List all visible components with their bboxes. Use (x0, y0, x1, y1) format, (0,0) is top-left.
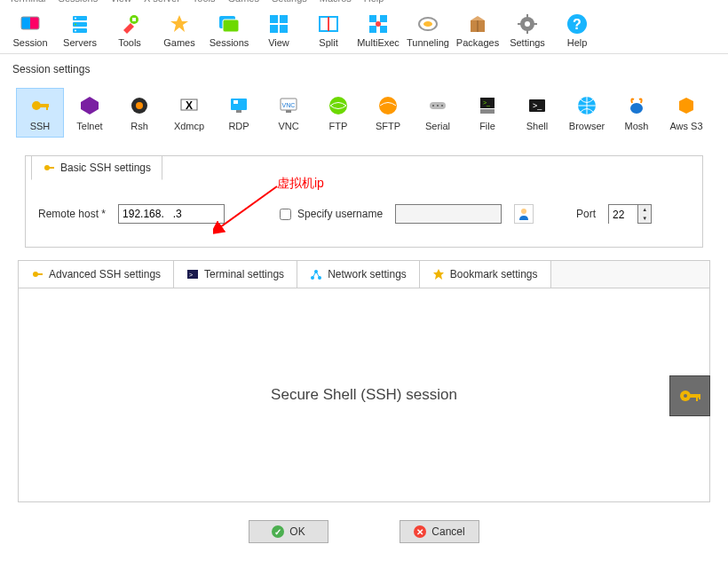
help-icon: ? (566, 12, 589, 36)
games-icon (168, 12, 191, 36)
svg-point-55 (432, 105, 434, 107)
remote-host-input[interactable] (118, 204, 225, 224)
user-picker-button[interactable] (514, 204, 534, 224)
browser-icon (575, 94, 598, 117)
subtab-advanced-ssh[interactable]: Advanced SSH settings (19, 261, 174, 288)
key-icon (28, 94, 51, 117)
session-type-rdp[interactable]: RDP (215, 88, 263, 138)
ssh-key-badge[interactable] (669, 375, 710, 416)
settings-subtabs: Advanced SSH settings > Terminal setting… (18, 260, 710, 502)
menu-item[interactable]: Macros (320, 0, 352, 4)
svg-point-64 (630, 103, 643, 114)
file-icon: >_ (476, 94, 499, 117)
subtab-network[interactable]: Network settings (297, 261, 420, 288)
dialog-title: Session settings (0, 54, 728, 79)
session-type-ftp[interactable]: FTP (314, 88, 362, 138)
cancel-button[interactable]: ✕ Cancel (400, 520, 479, 543)
session-type-file[interactable]: >_ File (463, 88, 511, 138)
svg-text:?: ? (573, 17, 582, 32)
toolbar-view[interactable]: View (254, 12, 304, 48)
svg-marker-76 (433, 269, 444, 280)
sftp-icon (376, 94, 400, 117)
menu-item[interactable]: Tools (193, 0, 216, 4)
session-type-shell[interactable]: >_ Shell (513, 88, 561, 138)
toolbar-session[interactable]: Session (5, 12, 55, 48)
toolbar-tunneling[interactable]: Tunneling (403, 12, 453, 48)
session-type-sftp[interactable]: SFTP (364, 88, 412, 138)
vnc-icon: VNC (277, 94, 300, 117)
svg-rect-33 (526, 30, 528, 34)
session-description: Secure Shell (SSH) session (19, 288, 709, 501)
svg-marker-65 (679, 98, 693, 114)
sessions-icon (218, 12, 241, 36)
spin-up[interactable]: ▲ (638, 205, 651, 214)
svg-point-56 (437, 105, 439, 107)
session-type-aws[interactable]: Aws S3 (662, 88, 710, 138)
packages-icon (466, 12, 489, 36)
session-type-serial[interactable]: Serial (414, 88, 462, 138)
tab-basic-ssh[interactable]: Basic SSH settings (31, 155, 162, 180)
svg-text:>_: >_ (533, 101, 542, 110)
svg-text:>: > (189, 272, 193, 278)
toolbar-help[interactable]: ? Help (552, 12, 602, 48)
svg-point-57 (441, 105, 443, 107)
port-input[interactable] (609, 205, 637, 225)
svg-rect-23 (380, 26, 387, 33)
subtab-bookmark[interactable]: Bookmark settings (420, 261, 551, 288)
ok-button[interactable]: ✓ OK (249, 520, 328, 543)
star-icon (432, 268, 445, 280)
serial-icon (426, 94, 449, 117)
menu-item[interactable]: View (110, 0, 131, 4)
toolbar-tools[interactable]: Tools (105, 12, 154, 48)
toolbar-games[interactable]: Games (154, 12, 204, 48)
basic-settings-panel: Basic SSH settings Remote host * Specify… (25, 155, 703, 248)
svg-rect-70 (37, 273, 43, 275)
multiexec-icon (367, 12, 390, 36)
view-icon (267, 12, 290, 36)
menu-item[interactable]: Settings (272, 0, 307, 4)
toolbar-split[interactable]: Split (304, 12, 353, 48)
main-toolbar: Session Servers Tools Games Sessions Vie… (0, 9, 728, 54)
check-icon: ✓ (272, 525, 284, 538)
session-type-row: SSH Telnet Rsh X Xdmcp RDP VNC VNC FTP S… (0, 79, 728, 146)
svg-point-24 (376, 21, 381, 27)
svg-rect-46 (231, 99, 247, 110)
svg-rect-17 (280, 25, 288, 33)
session-type-xdmcp[interactable]: X Xdmcp (165, 88, 213, 138)
dialog-buttons: ✓ OK ✕ Cancel (0, 502, 728, 561)
tunneling-icon (416, 12, 439, 36)
spin-down[interactable]: ▼ (638, 214, 651, 223)
menu-item[interactable]: Terminal (9, 0, 46, 4)
svg-point-31 (525, 21, 530, 27)
menu-item[interactable]: Sessions (59, 0, 99, 4)
svg-point-52 (329, 97, 347, 114)
session-type-ssh[interactable]: SSH (16, 88, 64, 138)
toolbar-packages[interactable]: Packages (453, 12, 502, 48)
svg-rect-60 (480, 109, 495, 114)
toolbar-multiexec[interactable]: MultiExec (353, 12, 403, 48)
servers-icon (68, 12, 91, 36)
subtab-terminal[interactable]: > Terminal settings (174, 261, 297, 288)
svg-rect-10 (132, 18, 136, 21)
toolbar-sessions[interactable]: Sessions (204, 12, 254, 48)
specify-username-checkbox[interactable]: Specify username (276, 206, 383, 223)
toolbar-servers[interactable]: Servers (55, 12, 105, 48)
menu-item[interactable]: X server (144, 0, 180, 4)
session-type-browser[interactable]: Browser (563, 88, 611, 138)
toolbar-settings[interactable]: Settings (502, 12, 552, 48)
svg-text:X: X (186, 99, 193, 112)
session-type-vnc[interactable]: VNC VNC (265, 88, 313, 138)
svg-point-7 (75, 24, 76, 26)
svg-point-26 (423, 21, 432, 27)
session-type-telnet[interactable]: Telnet (66, 88, 114, 138)
svg-rect-20 (369, 15, 376, 22)
menu-item[interactable]: Games (228, 0, 259, 4)
session-type-rsh[interactable]: Rsh (115, 88, 163, 138)
key-icon (31, 268, 44, 280)
svg-rect-21 (380, 15, 387, 22)
svg-rect-16 (270, 25, 278, 33)
menu-item[interactable]: Help (364, 0, 384, 4)
svg-rect-15 (280, 15, 288, 23)
session-type-mosh[interactable]: Mosh (613, 88, 661, 138)
port-spinbox[interactable]: ▲▼ (608, 204, 652, 224)
